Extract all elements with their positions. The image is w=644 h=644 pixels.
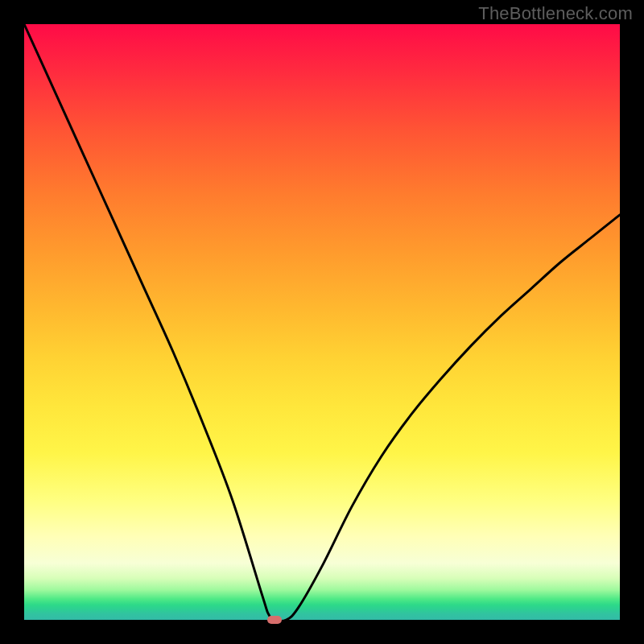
watermark-text: TheBottleneck.com: [478, 3, 633, 24]
min-point-marker: [267, 616, 282, 624]
plot-area: [24, 24, 620, 620]
chart-frame: TheBottleneck.com: [0, 0, 644, 644]
bottleneck-curve: [24, 24, 620, 620]
